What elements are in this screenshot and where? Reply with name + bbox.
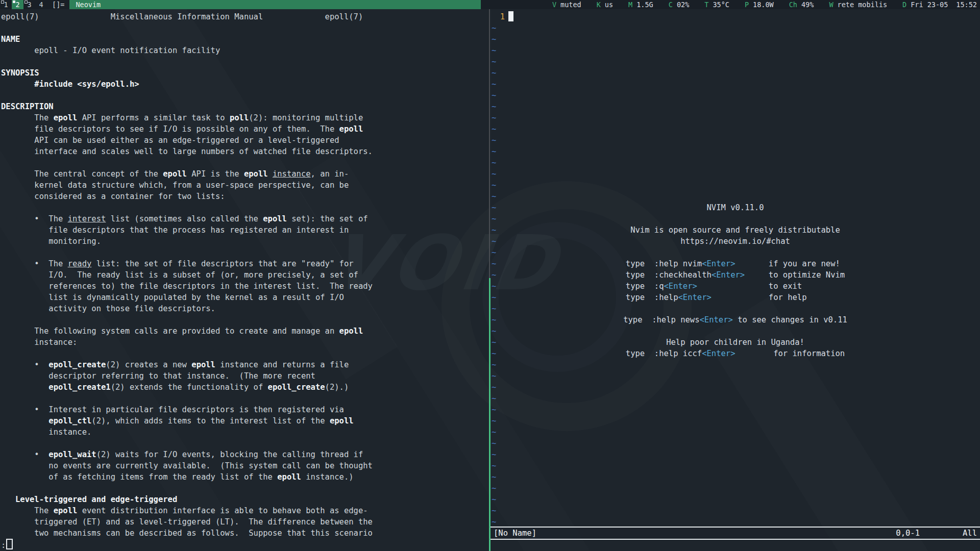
layout-symbol[interactable]: []=: [47, 0, 69, 9]
man-line: • Interest in particular file descriptor…: [1, 404, 488, 415]
man-text: API can be used either as an edge-trigge…: [1, 136, 339, 145]
man-text: ready: [68, 259, 92, 268]
man-line: [1, 56, 488, 67]
man-line: • The ready list: the set of file descri…: [1, 258, 488, 269]
tag-label: 1: [4, 1, 8, 9]
status-key: Ch: [789, 1, 797, 9]
tag-1[interactable]: 1: [0, 0, 12, 9]
man-line: [1, 483, 488, 494]
tilde-icon: ~: [492, 46, 496, 55]
man-line: epoll_ctl(2), which adds items to the in…: [1, 415, 488, 427]
status-value: 18.0W: [753, 1, 774, 9]
man-text: The: [1, 506, 54, 515]
man-text: epoll: [263, 214, 287, 223]
man-text: epoll: [163, 169, 187, 179]
terminal-neovim[interactable]: 1 ~~~~~~~~~~~~~~~~~~~~~~~~~~~~~~~~~~~~~~…: [491, 9, 980, 551]
man-line: SYNOPSIS: [1, 67, 488, 79]
status-item-date: DFri 23-05: [902, 0, 948, 9]
man-text: epoll_create1: [48, 383, 110, 392]
empty-line: ~: [491, 146, 980, 157]
nvim-intro-line: [491, 303, 980, 314]
empty-line: ~: [491, 393, 980, 404]
status-value: 02%: [677, 1, 689, 9]
man-text: triggered (ET) and as level-triggered (L…: [1, 517, 373, 527]
statusline-scroll-position: All: [963, 529, 977, 538]
tilde-icon: ~: [492, 158, 496, 167]
pager-prompt-line: :: [1, 539, 488, 550]
tilde-icon: ~: [492, 136, 496, 145]
intro-text: to exit: [697, 282, 845, 291]
tilde-icon: ~: [492, 147, 496, 156]
man-text: , an in-: [311, 169, 349, 179]
tag-2[interactable]: 2: [12, 0, 23, 9]
tilde-icon: ~: [492, 80, 496, 89]
man-text: epoll_wait: [48, 450, 96, 459]
empty-line: ~: [491, 67, 980, 79]
man-text: instance: [273, 169, 311, 179]
tag-indicator: [13, 1, 15, 3]
enter-key-hint: <Enter>: [664, 282, 697, 291]
man-line: #include <sys/epoll.h>: [1, 79, 488, 90]
man-text: (2), which adds items to the interest li…: [91, 416, 330, 425]
status-value: 1.5G: [636, 1, 653, 9]
tilde-icon: ~: [492, 360, 496, 369]
man-text: interest: [68, 214, 106, 223]
man-text: epoll: [244, 169, 268, 179]
empty-line: ~: [491, 382, 980, 393]
tilde-icon: ~: [492, 371, 496, 381]
intro-text: type :help iccf: [626, 349, 702, 358]
man-text: considered as a container for two lists:: [1, 192, 225, 201]
intro-text: type :help nvim: [626, 259, 702, 268]
tag-list: 1234: [0, 0, 47, 9]
statusline-right: 0,0-1All: [896, 528, 977, 539]
status-item-network: Wrete mobilis: [829, 0, 887, 9]
man-text: #include <sys/epoll.h>: [34, 80, 139, 89]
man-text: (2): monitoring multiple: [249, 113, 363, 122]
nvim-intro-line: type :help iccf<Enter> for information: [491, 348, 980, 359]
empty-line: ~: [491, 404, 980, 415]
status-key: W: [829, 1, 833, 9]
man-line: API can be used either as an edge-trigge…: [1, 135, 488, 146]
man-line: epoll - I/O event notification facility: [1, 45, 488, 56]
man-text: epoll: [277, 472, 301, 482]
status-item-power: P18.0W: [745, 0, 774, 9]
tag-3[interactable]: 3: [23, 0, 35, 9]
man-text: list is dynamically populated by the ker…: [1, 293, 344, 302]
nvim-intro-line: type :q<Enter> to exit: [491, 281, 980, 292]
intro-text: type :checkhealth: [626, 270, 712, 280]
man-line: considered as a container for two lists:: [1, 191, 488, 202]
status-item-battery-charge: Ch49%: [789, 0, 814, 9]
man-text: [1, 383, 48, 392]
man-text: (2).): [325, 383, 349, 392]
empty-line: ~: [491, 168, 980, 180]
man-text: instance:: [1, 338, 77, 347]
tilde-icon: ~: [492, 405, 496, 414]
empty-line: ~: [491, 415, 980, 427]
terminal-man-page[interactable]: epoll(7) Miscellaneous Information Manua…: [0, 9, 488, 551]
man-line: [1, 393, 488, 404]
man-text: set): the set of: [287, 214, 368, 223]
status-item-volume: Vmuted: [552, 0, 581, 9]
man-line: Level-triggered and edge-triggered: [1, 494, 488, 505]
man-text: references to) the file descriptors in t…: [1, 282, 373, 291]
empty-line: ~: [491, 45, 980, 56]
tag-4[interactable]: 4: [35, 0, 47, 9]
man-text: list (sometimes also called the: [106, 214, 263, 223]
intro-text: type :help: [626, 293, 678, 302]
status-key: T: [704, 1, 708, 9]
man-text: API is the: [187, 169, 244, 179]
status-value: 49%: [801, 1, 814, 9]
intro-text: if you are new!: [736, 259, 845, 268]
man-line: [1, 348, 488, 359]
tilde-icon: ~: [492, 35, 496, 44]
man-line: file descriptors that the process has re…: [1, 224, 488, 236]
nvim-statusline[interactable]: [No Name] 0,0-1All: [491, 527, 980, 540]
tilde-icon: ~: [492, 461, 496, 470]
empty-line: ~: [491, 505, 980, 516]
man-line: activity on those file descriptors.: [1, 303, 488, 314]
nvim-intro-line: NVIM v0.11.0: [491, 202, 980, 213]
tilde-icon: ~: [492, 506, 496, 515]
man-line: descriptor referring to that instance. (…: [1, 370, 488, 382]
empty-line: ~: [491, 370, 980, 382]
man-text: (2) waits for I/O events, blocking the c…: [96, 450, 363, 459]
